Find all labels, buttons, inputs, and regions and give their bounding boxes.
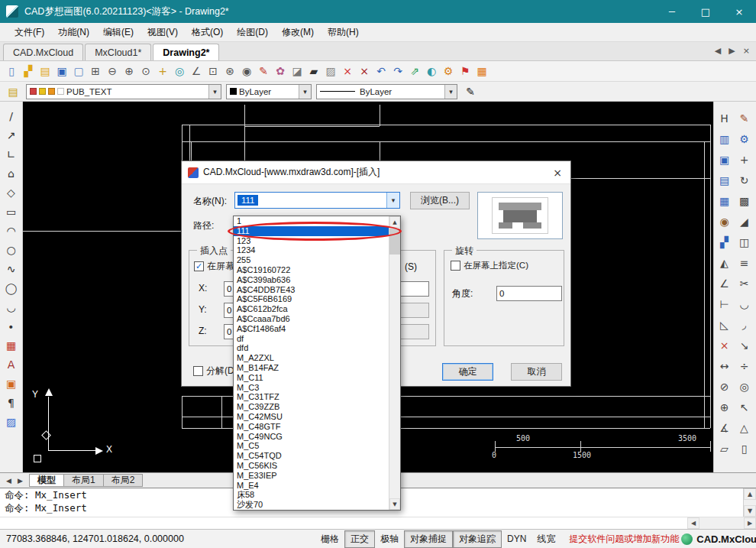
- dropdown-item[interactable]: 111: [234, 226, 389, 236]
- settings-icon[interactable]: ⚙: [440, 63, 457, 79]
- toggle-lineweight[interactable]: 线宽: [531, 531, 561, 547]
- polyline-icon[interactable]: ∟: [2, 144, 21, 164]
- browse-button[interactable]: 浏览(B...): [410, 192, 470, 209]
- scroll-left-icon[interactable]: ◀: [687, 517, 699, 529]
- dropdown-item[interactable]: M_C11: [234, 373, 389, 383]
- explode-checkbox[interactable]: 分解(D): [193, 365, 237, 378]
- dropdown-item[interactable]: A$C4DDB7E43: [234, 285, 389, 295]
- move-icon[interactable]: +: [735, 149, 754, 170]
- save-icon[interactable]: ▣: [53, 63, 70, 79]
- point-icon[interactable]: ∙: [2, 316, 21, 336]
- ellipse-arc-icon[interactable]: ◡: [2, 297, 21, 316]
- linetype-combo-arrow-icon[interactable]: ▾: [444, 85, 457, 99]
- layer-combo-arrow-icon[interactable]: ▾: [208, 85, 221, 99]
- dropdown-item[interactable]: M_C3: [234, 383, 389, 393]
- doc-tab-drawing2[interactable]: Drawing2*: [153, 44, 219, 60]
- pline-edit-icon[interactable]: H: [716, 108, 734, 128]
- angle-measure-icon[interactable]: ∠: [188, 63, 205, 79]
- mtext-icon[interactable]: ¶: [2, 393, 21, 412]
- area-icon[interactable]: △: [735, 417, 754, 438]
- pan-icon[interactable]: +: [154, 63, 171, 79]
- combobox-arrow-icon[interactable]: ▾: [386, 193, 399, 208]
- props-icon[interactable]: ▯: [735, 438, 754, 459]
- menu-item[interactable]: 视图(V): [141, 24, 185, 41]
- menu-item[interactable]: 编辑(E): [96, 24, 141, 41]
- feedback-link[interactable]: 提交软件问题或增加新功能: [569, 533, 679, 546]
- trim-icon[interactable]: ✂: [735, 273, 754, 293]
- menu-item[interactable]: 帮助(H): [321, 24, 366, 41]
- layer-combo[interactable]: PUB_TEXT ▾: [26, 84, 221, 99]
- dropdown-item[interactable]: M_C48GTF: [234, 422, 389, 432]
- close-button[interactable]: ×: [722, 0, 756, 23]
- dropdown-item[interactable]: dfd: [234, 343, 389, 353]
- dropdown-item[interactable]: 1: [234, 216, 389, 226]
- rectangle-icon[interactable]: ▭: [2, 202, 21, 221]
- dropdown-item[interactable]: M_C42MSU: [234, 412, 389, 422]
- rotate-icon[interactable]: ↻: [735, 170, 754, 190]
- ok-button[interactable]: 确定: [442, 363, 493, 381]
- minimize-button[interactable]: ─: [655, 0, 689, 23]
- menu-item[interactable]: 功能(N): [51, 24, 96, 41]
- layout-tab-2[interactable]: 布局2: [103, 474, 144, 487]
- dialog-titlebar[interactable]: CAD.MxCloud-[www.mxdraw3d.com]-[插入] ×: [182, 161, 570, 184]
- toggle-polar[interactable]: 极轴: [375, 531, 404, 547]
- doc-tab-mxcloud1[interactable]: MxCloud1*: [85, 44, 151, 60]
- paste-icon[interactable]: ▣: [716, 149, 734, 170]
- image-icon[interactable]: ▣: [2, 374, 21, 393]
- layout-tab-model[interactable]: 模型: [29, 474, 64, 487]
- titlebar[interactable]: CAD梦想画图(6.0.20211123)<游客> - Drawing2* ─□…: [0, 0, 756, 23]
- block-name-combobox[interactable]: 111 ▾: [234, 192, 400, 209]
- scroll-down-icon[interactable]: ▼: [744, 505, 756, 517]
- mirror-icon[interactable]: ◫: [735, 232, 754, 252]
- insert-onscreen-checkbox[interactable]: 在屏幕: [194, 260, 234, 273]
- layer-copy-icon[interactable]: ▦: [716, 190, 734, 211]
- hatch-fill-icon[interactable]: ▨: [322, 63, 339, 79]
- globe-icon[interactable]: ◐: [423, 63, 440, 79]
- brush-icon[interactable]: ▰: [305, 63, 322, 79]
- maximize-button[interactable]: □: [689, 0, 722, 23]
- save-as-icon[interactable]: ▢: [70, 63, 87, 79]
- slope-icon[interactable]: ∠: [716, 273, 734, 293]
- brand[interactable]: CAD.MxCloud: [681, 533, 756, 545]
- palette-icon[interactable]: ✿: [272, 63, 289, 79]
- lengthen-icon[interactable]: ↔: [716, 355, 734, 376]
- dropdown-item[interactable]: 沙发70: [234, 500, 389, 510]
- text-icon[interactable]: A: [2, 355, 21, 374]
- angle-input[interactable]: 0: [496, 286, 562, 301]
- layout-scroll-left-icon[interactable]: ◀: [3, 477, 15, 485]
- layer-manager-icon[interactable]: ▤: [5, 83, 21, 100]
- tab-scroll-right-icon[interactable]: ▶: [729, 46, 735, 56]
- zoom-scale-icon[interactable]: ⊛: [221, 63, 238, 79]
- zoom-extents-icon[interactable]: ⊙: [137, 63, 154, 79]
- copy-icon[interactable]: ▥: [716, 128, 734, 149]
- array-icon[interactable]: ▩: [735, 190, 754, 211]
- menu-item[interactable]: 文件(F): [8, 24, 51, 41]
- block-insert-icon[interactable]: ▦: [2, 336, 21, 355]
- dropdown-item[interactable]: df: [234, 334, 389, 344]
- scroll-right-icon[interactable]: ▶: [744, 517, 756, 529]
- pentagon-icon[interactable]: ◇: [2, 183, 21, 202]
- dropdown-item[interactable]: A$Ccaaa7bd6: [234, 314, 389, 324]
- circle-icon[interactable]: ○: [2, 240, 21, 259]
- menu-item[interactable]: 修改(M): [275, 24, 321, 41]
- menu-item[interactable]: 格式(O): [185, 24, 230, 41]
- fillet-icon[interactable]: ◞: [735, 314, 754, 335]
- list-scrollbar[interactable]: ▲ ▼: [389, 216, 400, 510]
- dropdown-item[interactable]: M_E4: [234, 481, 389, 491]
- flag-icon[interactable]: ⚑: [457, 63, 473, 79]
- list-scroll-down-icon[interactable]: ▼: [389, 498, 400, 510]
- dropdown-item[interactable]: M_C54TQD: [234, 451, 389, 461]
- hatch-icon[interactable]: ▨: [2, 412, 21, 431]
- toggle-grid[interactable]: 栅格: [315, 531, 344, 547]
- align-icon[interactable]: ◭: [716, 252, 734, 273]
- toggle-osnap[interactable]: 对象捕捉: [404, 530, 453, 548]
- horizontal-scrollbar[interactable]: ◀ ▶: [687, 517, 756, 529]
- command-scrollbar[interactable]: ▲ ▼: [743, 488, 756, 517]
- measure-icon[interactable]: ⊘: [716, 376, 734, 397]
- color-combo-arrow-icon[interactable]: ▾: [299, 85, 311, 99]
- snap-icon[interactable]: ◎: [735, 376, 754, 397]
- extend-icon[interactable]: ⊢: [716, 293, 734, 314]
- dropdown-item[interactable]: A$C612b2fca: [234, 304, 389, 314]
- dropdown-item[interactable]: A$C19160722: [234, 265, 389, 275]
- cloud-open-icon[interactable]: ▞: [20, 63, 37, 79]
